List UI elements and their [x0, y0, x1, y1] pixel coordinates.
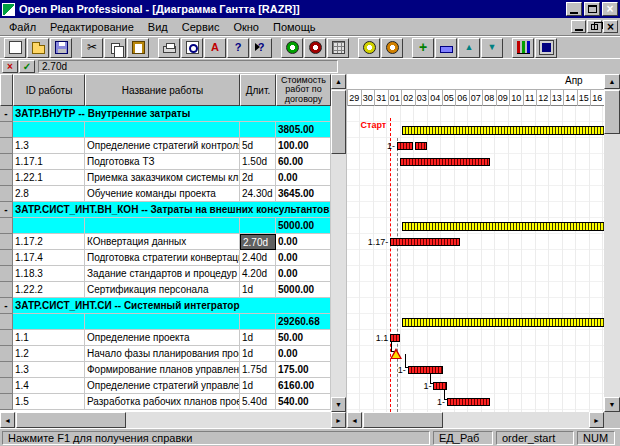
scrollbar-thumb[interactable]: [331, 90, 346, 154]
task-cost: 29260.68: [276, 314, 331, 330]
open-folder-button[interactable]: [27, 38, 49, 58]
scroll-right-arrow[interactable]: ►: [331, 412, 346, 428]
cut-button[interactable]: [81, 38, 103, 58]
table-row[interactable]: 1.4Определение стратегий управления и1d6…: [0, 378, 331, 394]
menu-файл[interactable]: Файл: [2, 19, 43, 35]
child-minimize-button[interactable]: [571, 20, 586, 33]
menu-вид[interactable]: Вид: [141, 19, 175, 35]
clock-red-button[interactable]: [304, 38, 326, 58]
accept-edit-button[interactable]: ✓: [19, 60, 35, 73]
save-button[interactable]: [50, 38, 72, 58]
monitor-button[interactable]: [535, 38, 557, 58]
scroll-up-arrow[interactable]: ▲: [331, 74, 346, 89]
close-button[interactable]: ×: [602, 2, 618, 16]
table-row[interactable]: -ЗАТР.СИСТ_ИНТ.ВН_КОН -- Затраты на внеш…: [0, 202, 331, 218]
clock-green-button[interactable]: [281, 38, 303, 58]
table-row[interactable]: -ЗАТР.ВНУТР -- Внутренние затраты: [0, 106, 331, 122]
row-expander: [0, 154, 13, 170]
task-bar[interactable]: [390, 238, 460, 246]
calculator-button[interactable]: [327, 38, 349, 58]
row-expander[interactable]: -: [0, 202, 13, 218]
summary-bar[interactable]: [402, 126, 604, 135]
milestone-icon[interactable]: [390, 348, 402, 359]
gantt-horizontal-scrollbar[interactable]: ◄ ►: [347, 412, 604, 428]
clock-yellow-button[interactable]: [358, 38, 380, 58]
minimize-button[interactable]: [566, 2, 582, 16]
header-cost[interactable]: Стоимость работ по договору: [276, 74, 331, 106]
menu-помощь[interactable]: Помощь: [266, 19, 323, 35]
task-bar[interactable]: [408, 366, 443, 374]
task-bar[interactable]: [400, 158, 490, 166]
scrollbar-thumb[interactable]: [16, 412, 126, 428]
table-row[interactable]: 1.1Определение проекта1d50.00: [0, 330, 331, 346]
scroll-left-arrow[interactable]: ◄: [347, 412, 362, 428]
table-row[interactable]: 5000.00: [0, 218, 331, 234]
row-expander: [0, 330, 13, 346]
scroll-down-arrow[interactable]: ▼: [331, 397, 346, 412]
task-bar[interactable]: [415, 142, 426, 150]
menu-окно[interactable]: Окно: [226, 19, 266, 35]
plus-button[interactable]: [412, 38, 434, 58]
grid-vertical-scrollbar[interactable]: ▲ ▼: [331, 74, 346, 412]
grid-horizontal-scrollbar[interactable]: ◄ ►: [0, 412, 346, 428]
help-button[interactable]: [227, 38, 249, 58]
task-duration[interactable]: 2.70d: [240, 234, 276, 250]
arrow-down-button[interactable]: [481, 38, 503, 58]
table-row[interactable]: 1.17.2КОнвертация данных2.70d0.00: [0, 234, 331, 250]
scroll-right-arrow[interactable]: ►: [589, 412, 604, 428]
print-preview-button[interactable]: [181, 38, 203, 58]
table-row[interactable]: 1.3Определение стратегий контроля и отч5…: [0, 138, 331, 154]
table-row[interactable]: 1.5Разработка рабочих планов проекта5.40…: [0, 394, 331, 410]
header-name[interactable]: Название работы: [85, 74, 240, 106]
scroll-up-arrow[interactable]: ▲: [604, 74, 620, 89]
table-row[interactable]: 1.2Начало фазы планирования проекта1d0.0…: [0, 346, 331, 362]
row-expander: [0, 218, 13, 234]
table-row[interactable]: 29260.68: [0, 314, 331, 330]
child-close-button[interactable]: ×: [603, 20, 618, 33]
header-duration[interactable]: Длит.: [240, 74, 276, 106]
clock-orange-button[interactable]: [381, 38, 403, 58]
table-row[interactable]: 2.8Обучение команды проекта24.30d3645.00: [0, 186, 331, 202]
gantt-vertical-scrollbar[interactable]: ▲ ▼: [604, 74, 620, 412]
table-row[interactable]: -ЗАТР.СИСТ_ИНТ.СИ -- Системный интеграто…: [0, 298, 331, 314]
summary-bar[interactable]: [402, 318, 604, 327]
scrollbar-thumb[interactable]: [604, 90, 620, 134]
barchart-button[interactable]: [512, 38, 534, 58]
task-bar[interactable]: [447, 398, 490, 406]
table-row[interactable]: 1.3Формирование планов управления1.75d17…: [0, 362, 331, 378]
child-restore-button[interactable]: [587, 20, 602, 33]
maximize-button[interactable]: [584, 2, 600, 16]
task-bar[interactable]: [397, 142, 413, 150]
table-row[interactable]: 1.22.2Сертификация персонала1d5000.00: [0, 282, 331, 298]
scroll-left-arrow[interactable]: ◄: [0, 412, 15, 428]
print-button[interactable]: [158, 38, 180, 58]
scroll-down-arrow[interactable]: ▼: [604, 397, 620, 412]
row-expander[interactable]: -: [0, 298, 13, 314]
paste-button[interactable]: [127, 38, 149, 58]
scrollbar-thumb[interactable]: [363, 412, 443, 428]
menu-редактирование[interactable]: Редактирование: [43, 19, 141, 35]
menu-сервис[interactable]: Сервис: [175, 19, 227, 35]
format-font-button[interactable]: [204, 38, 226, 58]
cancel-edit-button[interactable]: ×: [2, 60, 18, 73]
link-button[interactable]: [435, 38, 457, 58]
table-row[interactable]: 1.17.4Подготовка стратегии конвертации2.…: [0, 250, 331, 266]
status-bar: Нажмите F1 для получения справки ЕД_Раб …: [0, 428, 620, 446]
table-row[interactable]: 1.18.3Задание стандартов и процедур по д…: [0, 266, 331, 282]
task-bar[interactable]: [390, 334, 399, 342]
row-expander: [0, 186, 13, 202]
task-bar[interactable]: [433, 382, 447, 390]
cell-edit-field[interactable]: 2.70d: [38, 60, 338, 73]
day-header: 03: [415, 90, 429, 106]
table-row[interactable]: 1.17.1Подготовка ТЗ1.50d60.00: [0, 154, 331, 170]
header-id[interactable]: ID работы: [13, 74, 85, 106]
task-cost: 0.00: [276, 250, 331, 266]
new-file-button[interactable]: [4, 38, 26, 58]
context-help-button[interactable]: [250, 38, 272, 58]
summary-bar[interactable]: [402, 222, 604, 231]
copy-button[interactable]: [104, 38, 126, 58]
arrow-up-button[interactable]: [458, 38, 480, 58]
row-expander[interactable]: -: [0, 106, 13, 122]
table-row[interactable]: 1.22.1Приемка заказчиком системы клиент2…: [0, 170, 331, 186]
table-row[interactable]: 3805.00: [0, 122, 331, 138]
